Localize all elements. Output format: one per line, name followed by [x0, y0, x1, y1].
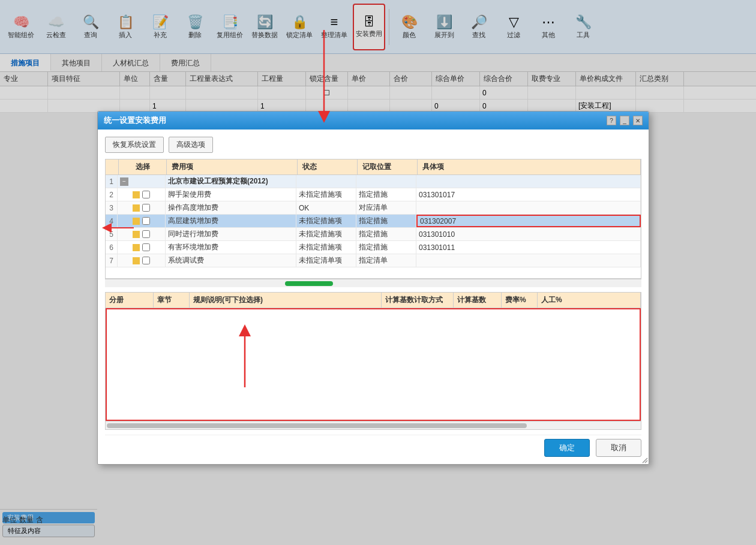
cell-select	[118, 201, 166, 214]
annotation-arrow	[227, 321, 263, 393]
dialog-body: 恢复系统设置 高级选项 选择 费用项 状态 记取位置 具体项 1	[98, 130, 649, 464]
cell-position: 指定措施	[356, 188, 416, 201]
cell-detail	[416, 175, 641, 188]
cell-position: 指定措施	[356, 241, 416, 254]
bottom-scrollbar-thumb[interactable]	[107, 423, 527, 428]
col-position: 记取位置	[358, 159, 418, 174]
col-volume: 分册	[106, 293, 154, 308]
cell-status: OK	[296, 201, 356, 214]
cell-fee-item: 同时进行增加费	[166, 228, 296, 240]
cell-fee-item: 系统调试费	[166, 254, 296, 267]
cell-position	[356, 175, 416, 188]
fee-checkbox[interactable]	[142, 243, 150, 251]
fee-checkbox[interactable]	[142, 217, 150, 225]
fee-table-row-2[interactable]: 2 脚手架使用费 未指定措施项 指定措施 031301017	[106, 188, 641, 201]
row-num: 3	[106, 201, 118, 214]
yellow-indicator	[133, 257, 140, 264]
row-num: 5	[106, 228, 118, 240]
bottom-table-header: 分册 章节 规则说明(可下拉选择) 计算基数计取方式 计算基数 费率% 人工%	[106, 293, 641, 308]
cell-detail: 031301017	[416, 188, 641, 201]
cell-detail	[416, 201, 641, 214]
col-fee-item: 费用项	[167, 159, 298, 174]
minus-icon: −	[120, 177, 128, 186]
cell-select	[118, 254, 166, 267]
row-num: 2	[106, 188, 118, 201]
yellow-indicator	[133, 244, 140, 251]
scrollbar-thumb[interactable]	[285, 281, 333, 286]
cell-detail: 031301010	[416, 228, 641, 240]
dialog-overlay: 统一设置安装费用 ? _ ✕ 恢复系统设置 高级选项 选择 费用项 状	[0, 0, 756, 545]
fee-table-scrollbar[interactable]	[105, 279, 641, 287]
yellow-indicator	[133, 191, 140, 198]
resize-handle[interactable]	[641, 457, 649, 464]
fee-table-row-4[interactable]: 4 高层建筑增加费 未指定措施项 指定措施 031302007	[106, 215, 641, 228]
fee-checkbox[interactable]	[142, 191, 150, 198]
cell-fee-item: 有害环境增加费	[166, 241, 296, 254]
col-row-num	[106, 159, 119, 174]
restore-settings-button[interactable]: 恢复系统设置	[105, 137, 164, 153]
install-fee-dialog: 统一设置安装费用 ? _ ✕ 恢复系统设置 高级选项 选择 费用项 状	[97, 111, 649, 465]
bottom-section: 分册 章节 规则说明(可下拉选择) 计算基数计取方式 计算基数 费率% 人工%	[105, 292, 641, 430]
cell-position: 指定清单	[356, 254, 416, 267]
cell-select	[118, 241, 166, 254]
col-rule: 规则说明(可下拉选择)	[190, 293, 382, 308]
fee-table-row-7[interactable]: 7 系统调试费 未指定清单项 指定清单	[106, 254, 641, 267]
dialog-footer: 确定 取消	[105, 435, 641, 457]
cell-fee-item: 脚手架使用费	[166, 188, 296, 201]
dialog-toolbar: 恢复系统设置 高级选项	[105, 137, 641, 153]
col-calc-base: 计算基数	[454, 293, 502, 308]
fee-table-header: 选择 费用项 状态 记取位置 具体项	[106, 159, 641, 175]
cell-position: 指定措施	[356, 215, 416, 227]
cell-status	[296, 175, 356, 188]
advanced-options-button[interactable]: 高级选项	[169, 137, 213, 153]
cell-status: 未指定清单项	[296, 254, 356, 267]
dialog-close-button[interactable]: ✕	[633, 116, 643, 125]
row-num: 6	[106, 241, 118, 254]
fee-table: 选择 费用项 状态 记取位置 具体项 1 − 北京市建设工程预算定额(2012)	[105, 159, 641, 279]
cell-select: −	[118, 175, 166, 188]
cell-status: 未指定措施项	[296, 241, 356, 254]
col-select: 选择	[119, 159, 167, 174]
cell-status: 未指定措施项	[296, 188, 356, 201]
cell-select	[118, 188, 166, 201]
col-calc-method: 计算基数计取方式	[382, 293, 454, 308]
cell-detail-highlighted: 031302007	[416, 215, 641, 227]
col-rate: 费率%	[502, 293, 538, 308]
dialog-title: 统一设置安装费用	[104, 115, 166, 126]
cell-select	[118, 215, 166, 227]
yellow-indicator	[133, 231, 140, 238]
bottom-scrollbar[interactable]	[106, 421, 641, 429]
cell-status: 未指定措施项	[296, 228, 356, 240]
fee-table-row-1[interactable]: 1 − 北京市建设工程预算定额(2012)	[106, 175, 641, 188]
cell-status: 未指定措施项	[296, 215, 356, 227]
cell-position: 对应清单	[356, 201, 416, 214]
fee-checkbox[interactable]	[142, 257, 150, 264]
fee-table-row-3[interactable]: 3 操作高度增加费 OK 对应清单	[106, 201, 641, 215]
dialog-controls: ? _ ✕	[607, 116, 643, 125]
cancel-button[interactable]: 取消	[596, 439, 641, 457]
col-status: 状态	[298, 159, 358, 174]
fee-table-row-6[interactable]: 6 有害环境增加费 未指定措施项 指定措施 031301011	[106, 241, 641, 254]
bottom-content-area	[106, 308, 641, 421]
row-num: 4	[106, 215, 118, 227]
row-num: 7	[106, 254, 118, 267]
dialog-help-button[interactable]: ?	[607, 116, 616, 125]
cell-select	[118, 228, 166, 240]
resize-icon	[641, 457, 649, 464]
fee-checkbox[interactable]	[142, 204, 150, 212]
col-detail: 具体项	[418, 159, 641, 174]
fee-table-row-5[interactable]: 5 同时进行增加费 未指定措施项 指定措施 031301010	[106, 228, 641, 241]
dialog-minimize-button[interactable]: _	[620, 116, 629, 125]
cell-fee-item: 操作高度增加费	[166, 201, 296, 214]
cell-position: 指定措施	[356, 228, 416, 240]
cell-detail	[416, 254, 641, 267]
col-chapter: 章节	[154, 293, 190, 308]
yellow-indicator	[133, 218, 140, 225]
row-num: 1	[106, 175, 118, 188]
cell-detail: 031301011	[416, 241, 641, 254]
confirm-button[interactable]: 确定	[544, 439, 590, 457]
col-labor: 人工%	[538, 293, 641, 308]
cell-fee-item: 高层建筑增加费	[166, 215, 296, 227]
fee-checkbox[interactable]	[142, 230, 150, 238]
cell-fee-item: 北京市建设工程预算定额(2012)	[166, 175, 296, 188]
